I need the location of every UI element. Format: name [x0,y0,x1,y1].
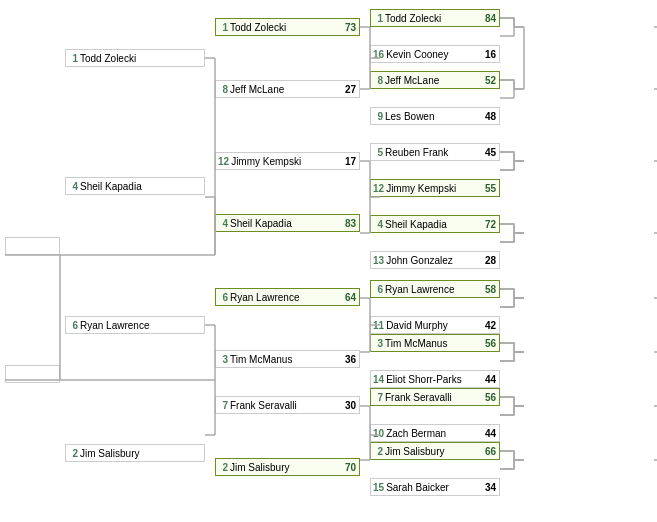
r2m2-t2-score: 83 [337,218,359,229]
r2m2-t2-seed: 4 [216,218,230,229]
r1m1-t2-score: 16 [477,49,499,60]
r1m4-team1: 4 Sheil Kapadia 72 [370,215,500,233]
r2m4-team2: 2 Jim Salisbury 70 [215,458,360,476]
r2m3-team2: 3 Tim McManus 36 [215,350,360,368]
r2m2-team1: 12 Jimmy Kempski 17 [215,152,360,170]
r2m3-t2-seed: 3 [216,354,230,365]
r1m3-t1-score: 45 [477,147,499,158]
r2m4-t2-score: 70 [337,462,359,473]
r1m4-t2-score: 28 [477,255,499,266]
r2m1-t2-name: Jeff McLane [230,84,337,95]
r3m1-t2-name: Sheil Kapadia [80,181,204,192]
r2m4-t1-seed: 7 [216,400,230,411]
r1m1-t2-seed: 16 [371,49,386,60]
r1m6-t1-seed: 3 [371,338,385,349]
r4-matchup-1 [5,237,55,383]
r2m3-team1: 6 Ryan Lawrence 64 [215,288,360,306]
r1m7-t2-name: Zach Berman [386,428,477,439]
r1m3-team2: 12 Jimmy Kempski 55 [370,179,500,197]
r2-matchup-2: 12 Jimmy Kempski 17 4 Sheil Kapadia 83 [215,152,345,232]
r1m1-t1-seed: 1 [371,13,385,24]
r2m4-team1: 7 Frank Seravalli 30 [215,396,360,414]
r1m1-team1: 1 Todd Zolecki 84 [370,9,500,27]
r2m3-t1-name: Ryan Lawrence [230,292,337,303]
r1m3-team1: 5 Reuben Frank 45 [370,143,500,161]
r1m5-team1: 6 Ryan Lawrence 58 [370,280,500,298]
r1m7-t2-seed: 10 [371,428,386,439]
r1-matchup-8: 2 Jim Salisbury 66 15 Sarah Baicker 34 [370,442,500,496]
r3m2-t2-seed: 2 [66,448,80,459]
r1m7-t1-score: 56 [477,392,499,403]
r1m4-t2-seed: 13 [371,255,386,266]
r1m3-t1-name: Reuben Frank [385,147,477,158]
r1m7-team2: 10 Zach Berman 44 [370,424,500,442]
r1m5-team2: 11 David Murphy 42 [370,316,500,334]
r2m3-t2-name: Tim McManus [230,354,337,365]
r3-matchup-2: 6 Ryan Lawrence 2 Jim Salisbury [65,316,195,462]
r2m3-t1-seed: 6 [216,292,230,303]
r2m1-t1-name: Todd Zolecki [230,22,337,33]
r1m1-t1-name: Todd Zolecki [385,13,477,24]
r1m5-t2-score: 42 [477,320,499,331]
r1-matchup-1: 1 Todd Zolecki 84 16 Kevin Cooney 16 [370,9,500,63]
r3m1-team1: 1 Todd Zolecki [65,49,205,67]
r1m7-t1-name: Frank Seravalli [385,392,477,403]
r1m2-t1-seed: 8 [371,75,385,86]
r2m2-t1-seed: 12 [216,156,231,167]
r3m1-team2: 4 Sheil Kapadia [65,177,205,195]
r1m3-t1-seed: 5 [371,147,385,158]
r2m2-team2: 4 Sheil Kapadia 83 [215,214,360,232]
r2m2-t2-name: Sheil Kapadia [230,218,337,229]
r2m1-t1-seed: 1 [216,22,230,33]
r2-matchup-3: 6 Ryan Lawrence 64 3 Tim McManus 36 [215,288,345,368]
r3m1-t1-name: Todd Zolecki [80,53,204,64]
r1m4-t1-seed: 4 [371,219,385,230]
r1-matchup-6: 3 Tim McManus 56 14 Eliot Shorr-Parks 44 [370,334,500,388]
r1m8-t1-score: 66 [477,446,499,457]
r1m4-t1-name: Sheil Kapadia [385,219,477,230]
r1m1-team2: 16 Kevin Cooney 16 [370,45,500,63]
r1m8-team1: 2 Jim Salisbury 66 [370,442,500,460]
r1m1-t2-name: Kevin Cooney [386,49,477,60]
r1m6-t2-score: 44 [477,374,499,385]
bracket-container: 1 Todd Zolecki 84 16 Kevin Cooney 16 8 J… [0,0,657,522]
r1m8-t1-name: Jim Salisbury [385,446,477,457]
r2m1-team2: 8 Jeff McLane 27 [215,80,360,98]
r1-matchup-2: 8 Jeff McLane 52 9 Les Bowen 48 [370,71,500,125]
r1m6-team1: 3 Tim McManus 56 [370,334,500,352]
r3-matchup-1: 1 Todd Zolecki 4 Sheil Kapadia [65,49,195,195]
r2m4-t1-score: 30 [337,400,359,411]
r2-matchup-1: 1 Todd Zolecki 73 8 Jeff McLane 27 [215,18,345,98]
r1m3-t2-name: Jimmy Kempski [386,183,477,194]
r1m8-team2: 15 Sarah Baicker 34 [370,478,500,496]
r3m1-t2-seed: 4 [66,181,80,192]
r3m2-t2-name: Jim Salisbury [80,448,204,459]
r2m4-t2-name: Jim Salisbury [230,462,337,473]
r1m2-t1-score: 52 [477,75,499,86]
r1m2-team2: 9 Les Bowen 48 [370,107,500,125]
r1m5-t1-name: Ryan Lawrence [385,284,477,295]
r1m5-t2-seed: 11 [371,320,386,331]
r1m8-t1-seed: 2 [371,446,385,457]
r2m3-t2-score: 36 [337,354,359,365]
r2m1-t2-score: 27 [337,84,359,95]
r1m5-t1-score: 58 [477,284,499,295]
r2-matchup-4: 7 Frank Seravalli 30 2 Jim Salisbury 70 [215,396,345,476]
r2m4-t1-name: Frank Seravalli [230,400,337,411]
r1-matchup-5: 6 Ryan Lawrence 58 11 David Murphy 42 [370,280,500,334]
r1m6-team2: 14 Eliot Shorr-Parks 44 [370,370,500,388]
r2m4-t2-seed: 2 [216,462,230,473]
r1m3-t2-score: 55 [477,183,499,194]
r1m7-t1-seed: 7 [371,392,385,403]
r3m2-t1-name: Ryan Lawrence [80,320,204,331]
r1m4-t1-score: 72 [477,219,499,230]
r1m8-t2-seed: 15 [371,482,386,493]
r1-matchup-3: 5 Reuben Frank 45 12 Jimmy Kempski 55 [370,143,500,197]
r1m6-t2-seed: 14 [371,374,386,385]
r1m2-team1: 8 Jeff McLane 52 [370,71,500,89]
r1m7-team1: 7 Frank Seravalli 56 [370,388,500,406]
r3m2-team1: 6 Ryan Lawrence [65,316,205,334]
r2m1-t2-seed: 8 [216,84,230,95]
r1m2-t2-seed: 9 [371,111,385,122]
r1m4-team2: 13 John Gonzalez 28 [370,251,500,269]
